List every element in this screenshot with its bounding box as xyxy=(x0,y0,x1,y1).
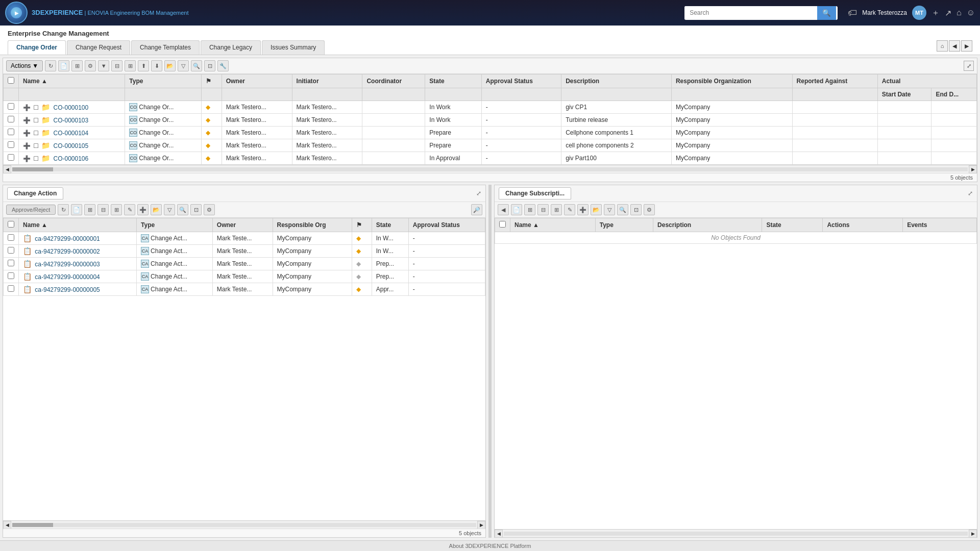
row-checkbox[interactable] xyxy=(8,141,14,148)
ca-refresh-icon[interactable]: ↻ xyxy=(58,204,69,215)
tab-issues-summary[interactable]: Issues Summary xyxy=(262,40,325,55)
row-checkbox[interactable] xyxy=(8,116,14,122)
tag-icon[interactable]: 🏷 xyxy=(848,8,857,18)
sub-add-icon[interactable]: ➕ xyxy=(577,204,589,215)
ca-scroll-thumb[interactable] xyxy=(12,523,53,527)
change-action-tab[interactable]: Change Action xyxy=(7,187,63,199)
sub-scroll-track[interactable] xyxy=(504,532,968,536)
ca-row-name[interactable]: 📋 ca-94279299-00000001 xyxy=(19,232,137,245)
ca-row-checkbox-cell[interactable] xyxy=(4,258,19,270)
panel-expand-icon[interactable]: ⤢ xyxy=(964,61,974,71)
share-icon[interactable]: ↗ xyxy=(945,8,951,18)
change-subscription-tab[interactable]: Change Subscripti... xyxy=(499,187,571,199)
ca-row-name[interactable]: 📋 ca-94279299-00000003 xyxy=(19,258,137,270)
ca-select-all-header[interactable] xyxy=(4,218,19,232)
user-icon[interactable]: ☺ xyxy=(967,8,975,17)
scroll-left-upper[interactable]: ◀ xyxy=(3,165,11,173)
new-icon[interactable]: 📄 xyxy=(58,60,69,71)
ca-view-icon[interactable]: ⊟ xyxy=(97,204,109,215)
row-checkbox[interactable] xyxy=(8,154,14,161)
ca-scroll-right[interactable]: ▶ xyxy=(477,521,485,529)
ca-new-icon[interactable]: 📄 xyxy=(71,204,82,215)
table-row[interactable]: 📋 ca-94279299-00000003 CA Change Act... … xyxy=(4,258,485,270)
row-checkbox-cell[interactable] xyxy=(4,101,19,114)
ca-approval-header[interactable]: Approval Status xyxy=(408,218,485,232)
reported-against-header[interactable]: Reported Against xyxy=(792,74,877,88)
dropdown-icon[interactable]: ▼ xyxy=(98,60,109,71)
ca-row-checkbox-cell[interactable] xyxy=(4,245,19,258)
row-expand[interactable]: ➕ □ 📁 CO-0000106 xyxy=(19,152,125,165)
row-checkbox-cell[interactable] xyxy=(4,152,19,165)
ca-row-checkbox-cell[interactable] xyxy=(4,232,19,245)
row-checkbox-cell[interactable] xyxy=(4,139,19,152)
home-icon[interactable]: ⌂ xyxy=(957,8,962,17)
sub-settings-icon[interactable]: ⚙ xyxy=(644,204,655,215)
ca-id-link[interactable]: ca-94279299-00000004 xyxy=(35,273,100,281)
ca-search-icon[interactable]: 🔍 xyxy=(177,204,188,215)
row-checkbox-cell[interactable] xyxy=(4,114,19,127)
ca-edit-icon[interactable]: ✎ xyxy=(124,204,135,215)
ca-row-checkbox[interactable] xyxy=(8,272,14,279)
coordinator-header[interactable]: Coordinator xyxy=(362,74,425,88)
row-expand[interactable]: ➕ □ 📁 CO-0000100 xyxy=(19,101,125,114)
ca-id-link[interactable]: ca-94279299-00000005 xyxy=(35,286,100,293)
sub-open-icon[interactable]: 📂 xyxy=(591,204,602,215)
sub-scroll-area-bottom[interactable]: ◀ ▶ xyxy=(495,529,977,537)
sub-table-icon[interactable]: ⊡ xyxy=(630,204,642,215)
sub-events-header[interactable]: Events xyxy=(903,218,977,232)
ca-settings-icon[interactable]: ⚙ xyxy=(204,204,215,215)
table-row[interactable]: ➕ □ 📁 CO-0000103 CO Change Or... ◆ Mark … xyxy=(4,114,977,127)
start-date-header[interactable]: Start Date xyxy=(877,88,932,101)
owner-header[interactable]: Owner xyxy=(222,74,292,88)
sub-state-header[interactable]: State xyxy=(762,218,823,232)
filter-icon[interactable]: ▽ xyxy=(178,60,189,71)
sub-select-all-header[interactable] xyxy=(495,218,510,232)
ca-select-all-checkbox[interactable] xyxy=(8,221,14,228)
tab-change-order[interactable]: Change Order xyxy=(8,40,66,55)
sub-view-icon[interactable]: ⊟ xyxy=(537,204,549,215)
ca-scroll-area[interactable]: ◀ ▶ xyxy=(3,520,485,529)
grid-icon[interactable]: ⊞ xyxy=(71,60,83,71)
row-checkbox[interactable] xyxy=(8,129,14,135)
ca-state-header[interactable]: State xyxy=(372,218,408,232)
ca-scroll-left[interactable]: ◀ xyxy=(3,521,11,529)
sub-new-icon[interactable]: 📄 xyxy=(511,204,522,215)
ca-add-icon[interactable]: ➕ xyxy=(137,204,149,215)
ca-row-name[interactable]: 📋 ca-94279299-00000002 xyxy=(19,245,137,258)
ca-id-link[interactable]: ca-94279299-00000003 xyxy=(35,261,100,268)
row-checkbox-cell[interactable] xyxy=(4,127,19,139)
sub-edit-icon[interactable]: ✎ xyxy=(564,204,575,215)
select-all-checkbox[interactable] xyxy=(8,77,14,84)
search-input[interactable] xyxy=(684,6,817,19)
ca-row-checkbox[interactable] xyxy=(8,285,14,292)
ca-row-name[interactable]: 📋 ca-94279299-00000005 xyxy=(19,283,137,296)
description-header[interactable]: Description xyxy=(561,74,672,88)
export-icon[interactable]: ⬆ xyxy=(138,60,149,71)
ca-name-header[interactable]: Name ▲ xyxy=(19,218,137,232)
ca-filter-icon[interactable]: ▽ xyxy=(164,204,175,215)
ca-row-checkbox-cell[interactable] xyxy=(4,270,19,283)
ca-view2-icon[interactable]: ⊞ xyxy=(111,204,122,215)
ca-grid-icon[interactable]: ⊞ xyxy=(84,204,95,215)
table-row[interactable]: 📋 ca-94279299-00000005 CA Change Act... … xyxy=(4,283,485,296)
approve-reject-button[interactable]: Approve/Reject xyxy=(6,205,56,215)
sub-search-icon[interactable]: 🔍 xyxy=(617,204,628,215)
nav-home-icon[interactable]: ⌂ xyxy=(937,40,948,52)
ca-row-checkbox[interactable] xyxy=(8,260,14,266)
ca-row-name[interactable]: 📋 ca-94279299-00000004 xyxy=(19,270,137,283)
co-id-link[interactable]: CO-0000106 xyxy=(54,155,89,162)
sub-view2-icon[interactable]: ⊞ xyxy=(551,204,562,215)
table-icon[interactable]: ⊡ xyxy=(204,60,215,71)
add-icon[interactable]: ＋ xyxy=(932,8,940,18)
view2-icon[interactable]: ⊞ xyxy=(125,60,136,71)
upper-scroll-area[interactable]: ◀ ▶ xyxy=(3,165,977,173)
tab-change-legacy[interactable]: Change Legacy xyxy=(201,40,261,55)
ca-type-header[interactable]: Type xyxy=(137,218,213,232)
scroll-right-upper[interactable]: ▶ xyxy=(969,165,977,173)
type-header[interactable]: Type xyxy=(125,74,201,88)
table-row[interactable]: ➕ □ 📁 CO-0000104 CO Change Or... ◆ Mark … xyxy=(4,127,977,139)
actions-button[interactable]: Actions ▼ xyxy=(6,60,43,71)
sub-select-all-checkbox[interactable] xyxy=(499,221,506,228)
nav-left-icon[interactable]: ◀ xyxy=(949,40,960,52)
responsible-org-header[interactable]: Responsible Organization xyxy=(671,74,792,88)
